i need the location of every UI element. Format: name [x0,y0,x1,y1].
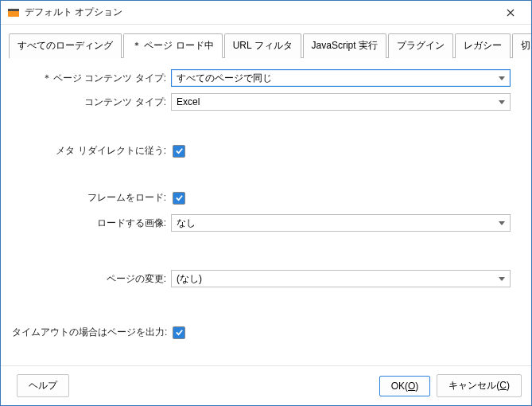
row-load-frames: フレームをロード: [12,191,511,205]
chevron-down-icon [499,277,505,281]
form: ＊ページ コンテンツ タイプ: すべてのページで同じ コンテンツ タイプ: Ex… [9,58,520,352]
help-button[interactable]: ヘルプ [17,374,69,397]
select-value: すべてのページで同じ [177,72,272,85]
select-page-change[interactable]: (なし) [171,270,511,287]
chevron-down-icon [499,100,505,104]
row-page-change: ページの変更: (なし) [12,270,511,287]
select-content-type[interactable]: Excel [171,93,511,111]
label-page-change: ページの変更: [12,272,171,286]
tab-page-loading[interactable]: ＊ ページ ロード中 [123,33,223,58]
dialog-content: すべてのローディング ＊ ページ ロード中 URL フィルタ JavaScrip… [1,25,531,365]
row-meta-redirect: メタ リダイレクトに従う: [12,144,511,158]
select-value: Excel [177,96,200,107]
app-icon [7,6,20,19]
label-timeout-output: タイムアウトの場合はページを出力: [12,326,171,339]
form-scroll[interactable]: ＊ページ コンテンツ タイプ: すべてのページで同じ コンテンツ タイプ: Ex… [9,58,523,365]
tab-javascript[interactable]: JavaScript 実行 [303,33,386,58]
tab-plugins[interactable]: プラグイン [388,33,453,58]
label-load-frames: フレームをロード: [12,191,171,205]
select-load-images[interactable]: なし [171,214,511,232]
tab-pane: ＊ページ コンテンツ タイプ: すべてのページで同じ コンテンツ タイプ: Ex… [9,58,523,365]
svg-rect-1 [8,9,19,11]
checkbox-load-frames[interactable] [173,192,185,205]
row-timeout-output: タイムアウトの場合はページを出力: [12,326,511,339]
window-title: デフォルト オプション [25,6,496,19]
dialog-footer: ヘルプ OK(O) キャンセル(C) [1,365,531,405]
tab-url-filter[interactable]: URL フィルタ [224,33,301,58]
label-meta-redirect: メタ リダイレクトに従う: [12,144,171,158]
chevron-down-icon [499,76,505,80]
title-bar: デフォルト オプション [1,1,531,25]
tab-bar: すべてのローディング ＊ ページ ロード中 URL フィルタ JavaScrip… [9,33,523,58]
close-button[interactable] [496,2,525,24]
label-load-images: ロードする画像: [12,217,171,230]
checkbox-timeout-output[interactable] [173,326,185,339]
label-page-content-type: ＊ページ コンテンツ タイプ: [12,72,171,85]
row-page-content-type: ＊ページ コンテンツ タイプ: すべてのページで同じ [12,69,511,87]
tab-all-loading[interactable]: すべてのローディング [9,33,122,58]
tab-switch[interactable]: 切り替え [512,33,532,58]
select-value: (なし) [177,272,202,286]
select-value: なし [177,217,196,230]
checkbox-meta-redirect[interactable] [173,145,185,158]
ok-button[interactable]: OK(O) [379,376,431,396]
chevron-down-icon [499,221,505,225]
label-content-type: コンテンツ タイプ: [12,96,171,109]
cancel-button[interactable]: キャンセル(C) [437,374,522,397]
row-load-images: ロードする画像: なし [12,214,511,232]
select-page-content-type[interactable]: すべてのページで同じ [171,69,511,87]
row-content-type: コンテンツ タイプ: Excel [12,93,511,111]
required-star: ＊ [42,72,53,84]
tab-legacy[interactable]: レガシー [455,33,511,58]
